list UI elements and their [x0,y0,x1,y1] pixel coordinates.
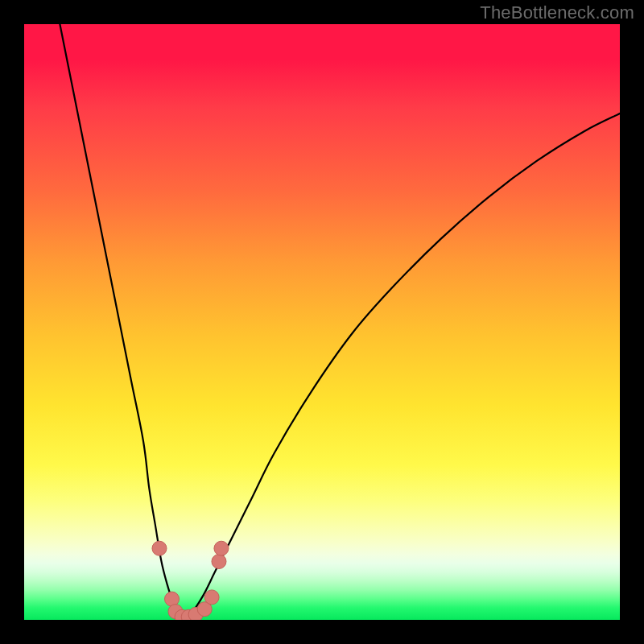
curve-layer [24,24,620,620]
data-markers [152,541,229,620]
data-marker [212,554,226,568]
curve-right-branch [185,114,620,618]
data-marker [214,541,229,555]
chart-frame: TheBottleneck.com [0,0,644,644]
curve-left-branch [60,24,184,618]
data-marker [152,541,167,555]
data-marker [204,590,219,605]
plot-area [24,24,620,620]
watermark-text: TheBottleneck.com [480,2,634,23]
